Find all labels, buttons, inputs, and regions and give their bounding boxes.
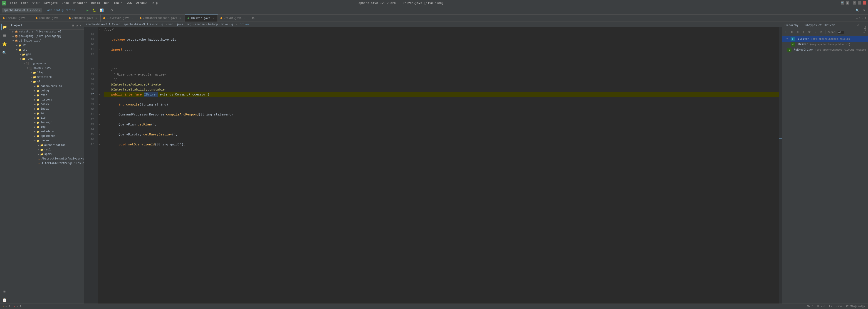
breadcrumb-ql2[interactable]: ql [231,23,235,26]
project-selector[interactable]: apache-hive-3.1.2-src ▼ [2,8,42,12]
tree-item-ql2[interactable]: ▼ 📁 ql [9,79,84,84]
fold-marker[interactable]: ⊟ [98,47,101,52]
tree-item-hadoophive[interactable]: ▼ ⬛ hadoop.hive [9,66,84,70]
tree-item-authorization[interactable]: ▶ 📁 authorization [9,143,84,147]
menu-edit[interactable]: Edit [19,1,30,5]
project-tool-icon[interactable]: 📁 [1,24,8,30]
tree-item-hooks[interactable]: ▶ 📁 hooks [9,102,84,107]
tree-item-debug[interactable]: ▶ 📁 debug [9,89,84,93]
tab-close-beeline[interactable]: ✕ [60,16,63,20]
fold-marker[interactable]: ⊟ [98,67,101,72]
tab-teztask[interactable]: TezTask.java ✕ [0,14,33,22]
tree-item-orgapache[interactable]: ▼ ⬛ org.apache [9,61,84,66]
menu-view[interactable]: View [30,1,41,5]
settings-gear-button[interactable]: ⚙ [862,7,866,13]
panel-settings-button[interactable]: ⚙ [856,23,861,28]
tree-item-lib[interactable]: ▶ 📁 lib [9,116,84,120]
tab-close-driver[interactable]: ✕ [243,16,246,20]
tree-item-lockmgr[interactable]: ▶ 📁 lockmgr [9,120,84,125]
tree-item-io[interactable]: ▶ 📁 io [9,111,84,116]
settings-button[interactable]: ⚙ [846,1,849,4]
breadcrumb-project[interactable]: apache-hive-3.1.2-src [86,23,120,26]
menu-code[interactable]: Code [60,1,71,5]
code-content[interactable]: /.../ package org.apache.hadoop.hive.ql … [101,27,779,304]
tab-close-clidriver[interactable]: ✕ [131,16,134,20]
breadcrumb-hadoop[interactable]: hadoop [208,23,218,26]
tab-idriver[interactable]: IDriver.java ✕ [185,14,218,22]
autoscroll-button[interactable]: ↕ [801,30,806,35]
tree-item-log[interactable]: ▶ 📁 log [9,125,84,129]
locate-in-tree-button[interactable]: ⌖ [783,30,788,35]
profile-button[interactable]: 📊 [98,7,105,13]
breadcrumb-ql[interactable]: ql [161,23,165,26]
tree-item-metadata[interactable]: ▶ 📁 metadata [9,129,84,134]
tree-item-parse[interactable]: ▼ 📁 parse [9,138,84,143]
settings-button-sidebar[interactable]: ⚙ [75,23,78,28]
status-warnings[interactable]: ⚠ ⚠ 1 [3,305,10,308]
search-everywhere-button[interactable]: 🔍 [854,7,861,13]
search-button[interactable]: 🔍 [841,1,844,4]
status-lf[interactable]: LF [829,305,832,308]
tree-item-metastore[interactable]: ▶ 📦 metastore [hive-metastore] [9,30,84,34]
refresh-button[interactable]: ⟳ [807,30,812,35]
menu-file[interactable]: File [8,1,19,5]
collapse-all-button[interactable]: ⊟ [72,23,74,28]
hierarchy-item-idriver[interactable]: ▼ I IDriver (org.apache.hadoop.hive.ql) [782,36,868,42]
minimize-button[interactable]: ─ [853,1,856,4]
tree-item-ql[interactable]: ▼ 📦 ql [hive-exec] [9,39,84,43]
status-java[interactable]: Java [836,305,843,308]
tree-item-index[interactable]: ▶ 📁 index [9,107,84,111]
tree-item-altertable[interactable]: ☕ AlterTablePartMergeFilesDesc... [9,161,84,166]
tree-item-java[interactable]: ▼ 📁 java [9,57,84,61]
menu-window[interactable]: Window [134,1,149,5]
tab-beeline[interactable]: BeeLine.java ✕ [33,14,66,22]
tree-item-abstractsemantic[interactable]: ☕ AbstractSemanticAnalyzerHoo... [9,157,84,161]
right-scrollbar[interactable] [779,27,782,304]
tab-driver[interactable]: Driver.java ✕ [218,14,249,22]
debug-button[interactable]: 🐛 [91,7,97,13]
tab-overflow-button[interactable]: ≫ [250,14,257,22]
favorites-icon[interactable]: ⭐ [1,41,8,48]
breadcrumb-module[interactable]: apache-hive-3.1.2-src [124,23,158,26]
hierarchy-item-driver[interactable]: C Driver (org.apache.hadoop.hive.ql) [782,42,868,47]
terminal-icon[interactable]: ⊞ [1,288,8,295]
tree-item-history[interactable]: ▶ 📁 history [9,98,84,102]
tree-item-metastore2[interactable]: ▶ 📁 metastore [9,75,84,79]
tree-item-if[interactable]: ▶ 📁 if [9,43,84,48]
toolbar-add-config[interactable]: Add Configuration... [46,7,81,13]
tree-item-optimizer[interactable]: ▶ 📁 optimizer [9,134,84,138]
status-encoding[interactable]: UTF-8 [817,305,826,308]
tab-commands[interactable]: Commands.java ✕ [66,14,101,22]
close-sidebar-button[interactable]: ✕ [79,23,82,28]
vcs-button[interactable]: ⟲ [109,7,114,13]
show-members-button[interactable]: m [819,30,824,35]
tree-item-gen[interactable]: ▶ 📁 gen [9,52,84,57]
tree-item-packaging[interactable]: ▶ 📦 packaging [hive-packaging] [9,34,84,39]
tab-close-teztask[interactable]: ✕ [27,16,30,20]
breadcrumb-hive[interactable]: hive [221,23,228,26]
breadcrumb-src[interactable]: src [168,23,173,26]
tree-item-llap[interactable]: ▶ 📁 llap [9,70,84,75]
fold-marker-current[interactable]: ● [98,92,101,97]
structure-icon[interactable]: ☰ [1,32,8,39]
run-button[interactable]: ▶ [85,7,90,13]
find-icon-vertical[interactable]: Find [863,23,868,32]
tab-clidriver[interactable]: CliDriver.java ✕ [101,14,137,22]
tab-commandprocessor[interactable]: CommandProcessor.java ✕ [137,14,185,22]
hierarchy-item-reexecdriver[interactable]: C ReExecDriver (org.apache.hadoop.hive.q… [782,47,868,53]
menu-build[interactable]: Build [89,1,102,5]
maximize-button[interactable]: □ [858,1,861,4]
event-log-icon[interactable]: 📋 [1,297,8,304]
menu-tools[interactable]: Tools [112,1,124,5]
menu-navigate[interactable]: Navigate [42,1,60,5]
tree-item-src[interactable]: ▼ 📁 src [9,48,84,52]
tab-close-commandprocessor[interactable]: ✕ [179,16,182,20]
expand-all-button[interactable]: ⊞ [789,30,794,35]
status-errors[interactable]: ✕ ✕ 1 [14,305,21,308]
show-classes-button[interactable]: C [813,30,818,35]
menu-help[interactable]: Help [149,1,159,5]
tree-item-cacheresults[interactable]: ▶ 📁 cache.results [9,84,84,89]
close-button[interactable]: ✕ [863,1,866,4]
fold-marker[interactable]: ● [98,112,101,117]
tree-item-exec[interactable]: ▶ 📁 exec [9,93,84,98]
